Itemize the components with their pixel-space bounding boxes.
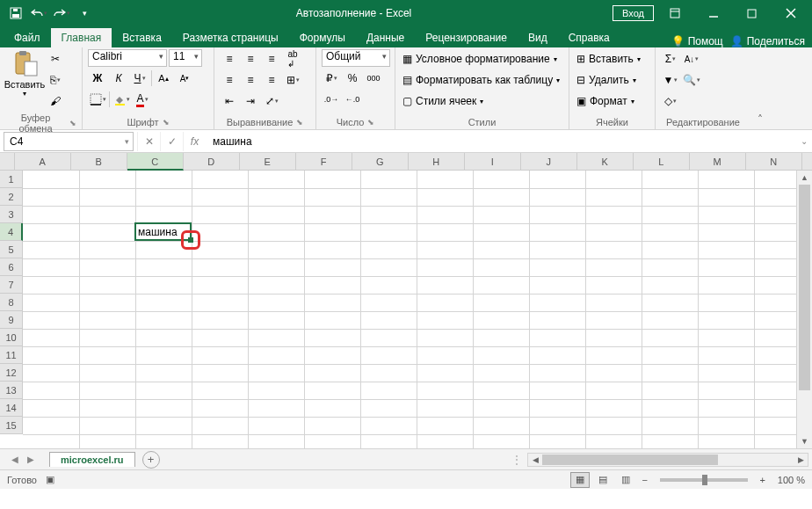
close-icon[interactable] [773, 0, 808, 26]
zoom-in-icon[interactable]: + [757, 475, 769, 485]
zoom-out-icon[interactable]: − [639, 475, 651, 485]
tab-review[interactable]: Рецензирование [415, 28, 518, 47]
format-as-table-button[interactable]: ▤Форматировать как таблицу▾ [401, 70, 562, 90]
clear-icon[interactable]: ◇ [661, 91, 680, 111]
scroll-down-icon[interactable]: ▼ [797, 434, 812, 448]
format-cells-button[interactable]: ▣Формат▾ [575, 91, 642, 111]
paste-button[interactable]: Вставить ▾ [5, 49, 44, 98]
hscroll-thumb[interactable] [542, 454, 718, 465]
decrease-font-icon[interactable]: A▾ [175, 69, 194, 88]
sheet-nav-prev-icon[interactable]: ◀ [7, 454, 23, 464]
vertical-scrollbar[interactable]: ▲ ▼ [796, 171, 812, 448]
align-bottom-icon[interactable]: ≡ [262, 49, 281, 69]
column-header[interactable]: K [577, 153, 634, 171]
decrease-decimal-icon[interactable]: ←.0 [343, 90, 362, 109]
orientation-icon[interactable]: ⤢ [262, 91, 281, 111]
tellme[interactable]: 💡Помощ [671, 35, 723, 47]
tab-help[interactable]: Справка [558, 28, 620, 47]
page-break-view-icon[interactable]: ▥ [616, 472, 635, 488]
column-header[interactable]: G [352, 153, 409, 171]
save-icon[interactable] [5, 3, 26, 24]
scroll-up-icon[interactable]: ▲ [797, 171, 812, 185]
comma-icon[interactable]: 000 [364, 69, 383, 88]
ribbon-display-icon[interactable] [657, 0, 692, 26]
minimize-icon[interactable] [696, 0, 731, 26]
formula-input[interactable] [206, 132, 796, 151]
collapse-ribbon-icon[interactable]: ˄ [750, 47, 770, 129]
column-header[interactable]: L [634, 153, 690, 171]
align-left-icon[interactable]: ≡ [220, 70, 239, 90]
share-button[interactable]: 👤Поделиться [730, 35, 805, 47]
column-header[interactable]: J [521, 153, 577, 171]
row-header[interactable]: 8 [0, 294, 23, 311]
decrease-indent-icon[interactable]: ⇤ [220, 91, 239, 111]
tab-home[interactable]: Главная [51, 28, 112, 47]
column-header[interactable]: H [409, 153, 465, 171]
tab-insert[interactable]: Вставка [112, 28, 172, 47]
row-header[interactable]: 5 [0, 241, 23, 258]
conditional-formatting-button[interactable]: ▦Условное форматирование▾ [401, 49, 562, 69]
expand-formula-icon[interactable]: ⌄ [796, 136, 812, 146]
sheet-nav-next-icon[interactable]: ▶ [23, 454, 39, 464]
tab-file[interactable]: Файл [4, 28, 51, 47]
bold-icon[interactable]: Ж [88, 69, 107, 88]
column-header[interactable]: F [296, 153, 352, 171]
column-header[interactable]: E [240, 153, 296, 171]
number-launcher-icon[interactable]: ⬊ [367, 118, 374, 127]
zoom-level[interactable]: 100 % [778, 475, 805, 485]
row-header[interactable]: 2 [0, 188, 23, 206]
increase-indent-icon[interactable]: ⇥ [241, 91, 260, 111]
page-layout-view-icon[interactable]: ▤ [593, 472, 613, 488]
name-box[interactable]: C4 [4, 132, 134, 151]
percent-icon[interactable]: % [343, 69, 362, 88]
alignment-launcher-icon[interactable]: ⬊ [296, 118, 303, 127]
row-header[interactable]: 15 [0, 417, 23, 434]
cells-area[interactable]: машина [23, 171, 796, 448]
row-header[interactable]: 13 [0, 382, 23, 399]
underline-icon[interactable]: Ч [130, 69, 149, 88]
increase-decimal-icon[interactable]: .0→ [322, 90, 341, 109]
align-top-icon[interactable]: ≡ [220, 49, 239, 69]
row-header[interactable]: 7 [0, 276, 23, 294]
fill-icon[interactable]: ▼ [661, 70, 680, 90]
find-select-icon[interactable]: 🔍 [682, 70, 701, 90]
enter-formula-icon[interactable]: ✓ [160, 132, 183, 151]
fill-color-icon[interactable] [112, 90, 131, 109]
copy-icon[interactable]: ⎘ [46, 70, 65, 90]
column-header[interactable]: I [465, 153, 521, 171]
vscroll-thumb[interactable] [799, 185, 810, 390]
font-name-select[interactable]: Calibri [88, 49, 167, 67]
border-icon[interactable] [88, 90, 107, 109]
font-color-icon[interactable]: A [133, 90, 152, 109]
split-handle[interactable]: ⋮ [511, 454, 522, 466]
row-header[interactable]: 1 [0, 171, 23, 188]
autosum-icon[interactable]: Σ [661, 49, 680, 69]
number-format-select[interactable]: Общий [322, 49, 390, 67]
add-sheet-icon[interactable]: + [142, 451, 160, 469]
cut-icon[interactable]: ✂ [46, 49, 65, 69]
accounting-format-icon[interactable]: ₽ [322, 69, 341, 88]
cell-styles-button[interactable]: ▢Стили ячеек▾ [401, 91, 562, 111]
tab-formulas[interactable]: Формулы [289, 28, 356, 47]
tab-view[interactable]: Вид [518, 28, 558, 47]
delete-cells-button[interactable]: ⊟Удалить▾ [575, 70, 642, 90]
horizontal-scrollbar[interactable]: ◀ ▶ [527, 453, 808, 467]
row-header[interactable]: 3 [0, 206, 23, 223]
maximize-icon[interactable] [735, 0, 770, 26]
scroll-left-icon[interactable]: ◀ [528, 455, 542, 464]
italic-icon[interactable]: К [109, 69, 128, 88]
fx-icon[interactable]: fx [183, 132, 206, 151]
clipboard-launcher-icon[interactable]: ⬊ [69, 119, 76, 127]
font-size-select[interactable]: 11 [169, 49, 202, 67]
column-header[interactable]: C [127, 153, 184, 171]
redo-icon[interactable] [51, 3, 72, 24]
insert-cells-button[interactable]: ⊞Вставить▾ [575, 49, 642, 69]
align-middle-icon[interactable]: ≡ [241, 49, 260, 69]
merge-icon[interactable]: ⊞ [283, 70, 302, 90]
row-header[interactable]: 10 [0, 329, 23, 346]
align-right-icon[interactable]: ≡ [262, 70, 281, 90]
font-launcher-icon[interactable]: ⬊ [163, 118, 170, 127]
row-header[interactable]: 6 [0, 258, 23, 276]
row-header[interactable]: 9 [0, 311, 23, 329]
wrap-text-icon[interactable]: ab↲ [283, 49, 302, 69]
